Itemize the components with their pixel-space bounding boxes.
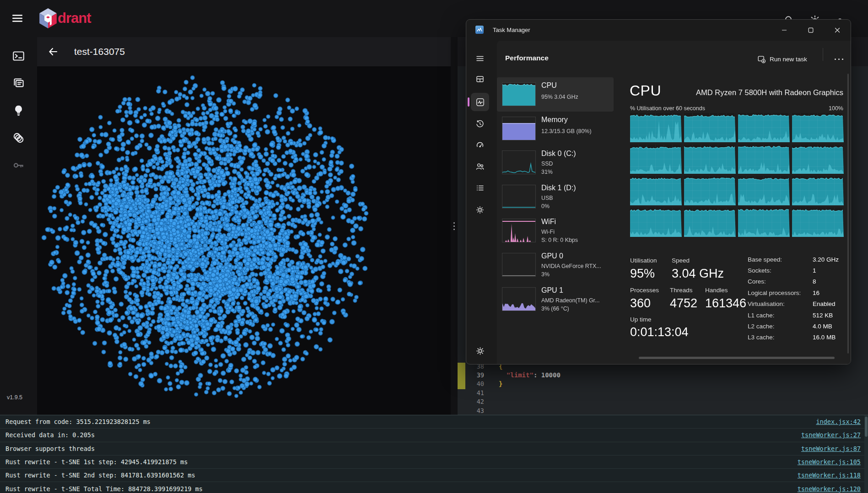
performance-pulse-icon	[476, 98, 485, 107]
perf-item-disk0[interactable]: Disk 0 (C:) SSD 31%	[497, 145, 614, 180]
handles-value: 161346	[705, 296, 746, 311]
core-chart	[684, 145, 736, 174]
run-new-task-button[interactable]: Run new task	[758, 53, 807, 65]
perf-item-memory[interactable]: Memory 12.3/15.3 GB (80%)	[497, 112, 614, 146]
tm-vertical-scrollbar[interactable]	[847, 74, 849, 354]
cpu-spec-table: Base speed:3.20 GHz Sockets:1 Cores:8 Lo…	[748, 254, 851, 343]
app-sidebar: v1.9.5	[0, 37, 38, 415]
speed-value: 3.04 GHz	[672, 267, 724, 281]
perf-item-gpu1[interactable]: GPU 1 AMD Radeon(TM) Gr... 3% (66 °C)	[497, 282, 614, 316]
terminal-icon	[12, 50, 25, 62]
spec-row: Sockets:1	[748, 265, 851, 276]
scatter-plot[interactable]	[37, 66, 451, 415]
core-chart	[792, 208, 844, 237]
spec-row: Logical processors:16	[748, 287, 851, 298]
console-scrollbar-thumb[interactable]	[865, 417, 868, 437]
screen: drant v1.9.5	[0, 0, 868, 493]
tm-nav-users[interactable]	[471, 158, 489, 175]
speed-label: Speed	[672, 257, 690, 264]
sidebar-item-api-keys[interactable]	[9, 156, 28, 175]
devtools-console: Request from code: 3515.221923828125 msi…	[0, 415, 868, 493]
spec-row: L3 cache:16.0 MB	[748, 332, 851, 343]
core-chart	[738, 208, 790, 237]
tm-nav-menu-icon[interactable]	[471, 50, 489, 67]
source-link[interactable]: tsneWorker.js:87	[801, 445, 861, 452]
source-link[interactable]: tsneWorker.js:27	[801, 431, 861, 439]
code-line: 40}	[458, 380, 868, 388]
sidebar-item-console[interactable]	[9, 47, 28, 65]
core-chart	[684, 113, 736, 142]
visualization-title-strip: test-163075	[37, 37, 451, 67]
divider-drag-handle-icon[interactable]	[453, 222, 455, 230]
run-new-task-icon	[758, 55, 766, 63]
sidebar-item-tutorial[interactable]	[9, 101, 28, 120]
sidebar-item-datasets[interactable]	[9, 129, 28, 147]
perf-item-wifi[interactable]: WiFi Wi-Fi S: 0 R: 0 Kbps	[497, 214, 614, 248]
core-chart	[684, 208, 736, 237]
cpu-detail-subtitle: AMD Ryzen 7 5800H with Radeon Graphics	[696, 88, 843, 97]
window-title: Task Manager	[493, 20, 530, 41]
back-button[interactable]	[46, 45, 60, 59]
core-chart	[630, 145, 682, 174]
threads-value: 4752	[670, 296, 697, 311]
qdrant-logo[interactable]: drant	[39, 8, 91, 28]
arrow-left-icon	[48, 46, 59, 57]
lightbulb-icon	[12, 104, 25, 117]
console-row: Received data in: 0.205stsneWorker.js:27	[0, 429, 868, 442]
console-row: Rust rewrite - t-SNE 1st step: 42945.419…	[0, 455, 868, 469]
tm-nav-performance[interactable]	[471, 93, 489, 111]
perf-item-gpu0[interactable]: GPU 0 NVIDIA GeForce RTX... 3%	[497, 248, 614, 282]
sidebar-item-collections[interactable]	[9, 74, 28, 92]
history-clock-icon	[476, 120, 484, 128]
services-gear-icon	[476, 206, 484, 214]
close-button[interactable]	[827, 21, 848, 39]
spec-row: Cores:8	[748, 276, 851, 287]
visualization-panel: test-163075	[37, 37, 451, 415]
tm-more-options-icon[interactable]	[830, 53, 848, 65]
cpu-core-charts-grid	[630, 113, 844, 237]
code-editor[interactable]: 38{ 39 "limit": 10000 40} 41 42 43	[458, 362, 868, 415]
console-scrollbar[interactable]	[864, 415, 868, 493]
handles-label: Handles	[705, 287, 728, 294]
scatter-canvas[interactable]	[37, 66, 451, 415]
processes-label: Processes	[630, 287, 659, 294]
perf-item-cpu[interactable]: CPU 95% 3.04 GHz	[497, 77, 614, 112]
source-link[interactable]: tsneWorker.js:120	[798, 485, 861, 493]
memory-thumbnail-chart	[502, 117, 536, 140]
tm-nav-startup-apps[interactable]	[471, 136, 489, 153]
collections-stack-icon	[12, 77, 25, 89]
key-icon	[12, 159, 25, 171]
tm-header-divider	[823, 48, 823, 61]
tm-nav-accent-bar	[468, 97, 469, 107]
core-chart	[738, 145, 790, 174]
tm-nav-services[interactable]	[471, 201, 489, 219]
code-line: 39 "limit": 10000	[458, 370, 868, 379]
console-row: Request from code: 3515.221923828125 msi…	[0, 415, 868, 429]
processes-value: 360	[630, 296, 651, 311]
code-line: 42	[458, 397, 868, 406]
tm-nav-details[interactable]	[471, 179, 489, 197]
tm-nav-app-history[interactable]	[471, 115, 489, 133]
uptime-label: Up time	[630, 316, 652, 323]
gpu0-thumbnail-chart	[502, 253, 536, 277]
utilisation-value: 95%	[630, 267, 655, 281]
source-link[interactable]: index.jsx:42	[816, 418, 861, 425]
source-link[interactable]: tsneWorker.js:105	[798, 458, 861, 466]
task-manager-app-icon	[475, 26, 484, 34]
uptime-value: 0:01:13:04	[630, 325, 689, 339]
processes-icon	[476, 75, 484, 83]
menu-hamburger-icon[interactable]	[8, 9, 27, 27]
tm-horizontal-scrollbar[interactable]	[639, 357, 835, 359]
disk0-thumbnail-chart	[502, 150, 536, 174]
perf-item-disk1[interactable]: Disk 1 (D:) USB 0%	[497, 180, 614, 214]
spec-row: L2 cache:4.0 MB	[748, 321, 851, 332]
source-link[interactable]: tsneWorker.js:118	[798, 472, 861, 479]
tm-settings[interactable]	[471, 342, 489, 359]
maximize-button[interactable]	[800, 21, 821, 39]
wifi-thumbnail-chart	[502, 219, 536, 242]
tm-nav-processes[interactable]	[471, 70, 489, 88]
settings-gear-icon	[476, 347, 485, 355]
spec-row: Virtualisation:Enabled	[748, 299, 851, 310]
task-manager-titlebar[interactable]: Task Manager	[466, 20, 851, 41]
minimize-button[interactable]	[774, 21, 795, 39]
